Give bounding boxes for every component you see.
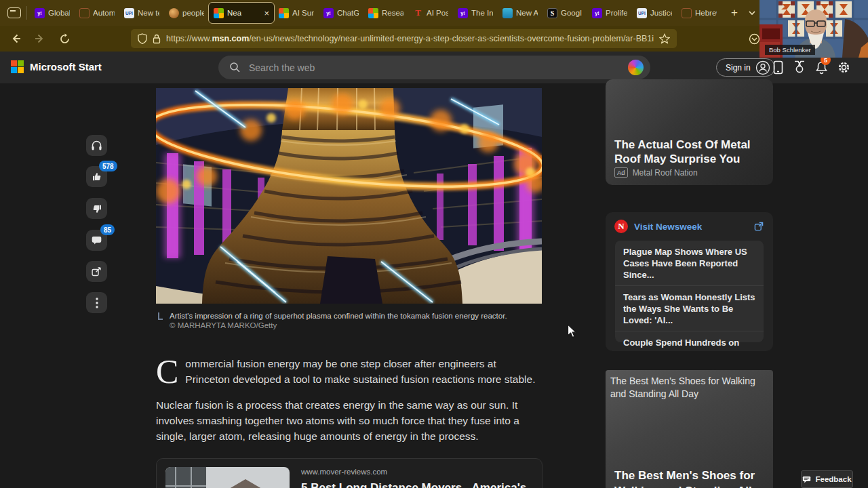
site-favicon [502,8,513,18]
settings-gear-icon[interactable] [835,59,852,75]
caption-marker [158,312,163,320]
tab-chatgp[interactable]: y!ChatGP [319,3,363,23]
site-favicon [682,8,692,18]
tab-strip: y!Global Automaker UPINew te people Nea×… [30,0,722,26]
navigation-toolbar: https://www.msn.com/en-us/news/technolog… [0,26,868,52]
more-vertical-icon [96,298,98,308]
newsweek-headline[interactable]: Tears as Woman Honestly Lists the Ways S… [615,285,764,331]
upi-favicon: UPI [637,8,647,18]
tab-near-active[interactable]: Nea× [209,3,274,23]
msn-favicon [214,8,224,18]
tab-ai-pos[interactable]: TAI Pos [408,3,453,23]
people-favicon [169,8,179,18]
thumbs-up-icon [92,171,102,182]
thumbs-down-button[interactable] [86,198,107,219]
newsweek-headline[interactable]: Couple Spend Hundreds on 'Dramatic' Bedr… [615,331,764,351]
article-paragraph-2: Nuclear fusion is a process that creates… [156,397,541,444]
tab-upi-new[interactable]: UPINew te [119,3,164,23]
s-favicon: S [547,8,557,18]
image-caption: Artist's impression of a ring of superho… [170,311,576,330]
ad-thumbnail-image [165,467,290,488]
newsweek-logo-icon: N [614,220,628,233]
inline-ad-card[interactable]: www.mover-reviews.com 5 Best Long Distan… [156,458,542,488]
tab-bar: y!Global Automaker UPINew te people Nea×… [0,0,868,26]
feedback-message-icon [802,476,811,483]
upi-favicon: UPI [124,8,134,18]
drop-cap: C [156,356,185,386]
msn-header: Microsoft Start Search the web Sign in 5 [0,52,868,83]
tab-automaker[interactable]: Automaker [75,3,119,23]
firefox-view-icon[interactable] [7,7,21,18]
tracking-shield-icon[interactable] [138,33,147,44]
visit-newsweek-link[interactable]: Visit Newsweek [634,222,747,232]
search-input[interactable]: Search the web [218,56,650,79]
yahoo-favicon: y! [35,8,45,18]
webcam-name-label: Bob Schlenker [765,45,815,55]
thumbs-down-icon [92,203,102,214]
shoes-ad-card[interactable]: The Best Men's Shoes for Walking and Sta… [606,370,773,488]
tab-google[interactable]: SGoogl [542,3,587,23]
address-bar[interactable]: https://www.msn.com/en-us/news/technolog… [131,29,677,48]
site-favicon [79,8,90,18]
tab-list-chevron-icon[interactable] [743,4,761,22]
brand-name: Microsoft Start [30,61,102,73]
ad-headline[interactable]: 5 Best Long Distance Movers - America's [301,481,532,488]
microsoft-start-brand[interactable]: Microsoft Start [11,60,102,73]
url-text: https://www.msn.com/en-us/news/technolog… [166,34,654,43]
ad-source-url: www.mover-reviews.com [301,468,387,476]
more-options-button[interactable] [86,292,107,313]
yahoo-favicon: y! [458,8,468,18]
bookmark-star-icon[interactable] [659,33,670,44]
rewards-icon[interactable] [791,59,808,75]
article-page: 578 85 [0,83,868,488]
newsweek-headline-list: Plague Map Shows Where US Cases Have Bee… [615,241,764,342]
image-credit: © MARHARYTA MARKO/Getty [170,321,576,330]
listen-button[interactable] [86,135,107,156]
comments-badge: 85 [100,224,115,235]
person-icon [755,60,770,75]
yahoo-favicon: y! [323,8,334,18]
times-favicon: T [413,8,423,18]
sign-in-button[interactable]: Sign in [716,58,775,77]
tab-resear[interactable]: Resear [363,3,408,23]
mouse-cursor [567,324,577,338]
share-icon [91,266,102,277]
tab-the-int[interactable]: y!The Int [453,3,498,23]
advertiser-name: Metal Roof Nation [633,168,698,178]
copilot-icon[interactable] [628,60,644,75]
metal-roof-ad-card[interactable]: The Actual Cost Of Metal Roof May Surpri… [606,79,773,185]
tab-justice[interactable]: UPIJustice [632,3,677,23]
ad-badge: Ad [614,167,628,178]
tab-ai-surp[interactable]: AI Surp [274,3,319,23]
mobile-phone-icon[interactable] [770,59,786,75]
share-button[interactable] [86,261,107,282]
comment-icon [91,235,102,246]
tab-prolife[interactable]: y!Prolife [587,3,632,23]
notifications-bell-icon[interactable]: 5 [813,59,829,75]
tab-people[interactable]: people [164,3,209,23]
tab-new-a[interactable]: New A [498,3,542,23]
lock-icon [153,34,161,44]
new-tab-button[interactable]: + [726,4,743,22]
likes-badge: 578 [99,161,117,171]
headphones-icon [91,140,102,151]
ad-title[interactable]: The Actual Cost Of Metal Roof May Surpri… [614,138,765,166]
msn-favicon [368,8,378,18]
feedback-button[interactable]: Feedback [801,470,853,488]
yahoo-favicon: y! [592,8,602,18]
browser-window: y!Global Automaker UPINew te people Nea×… [0,0,868,488]
article-paragraph-1: Commercial fusion energy may be one step… [156,356,541,387]
webcam-overlay: Bob Schlenker [760,0,868,58]
msn-favicon [279,8,289,18]
external-link-icon[interactable] [753,221,764,232]
tab-close-icon[interactable]: × [264,9,269,18]
forward-icon[interactable] [30,29,50,48]
tab-hebrew[interactable]: Hebrew [677,3,722,23]
tab-separator [26,6,27,20]
back-icon[interactable] [5,29,26,48]
newsweek-headline[interactable]: Plague Map Shows Where US Cases Have Bee… [615,241,764,285]
tab-global[interactable]: y!Global [30,3,75,23]
reload-icon[interactable] [54,29,75,48]
ad-title-bottom[interactable]: The Best Men's Shoes for Walking and Sta… [614,468,767,488]
search-icon [229,62,241,73]
